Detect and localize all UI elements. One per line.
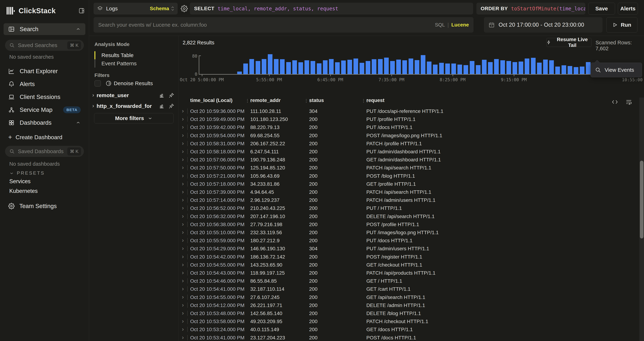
column-header-remote-addr[interactable]: remote_addr [250, 98, 281, 103]
source-selector[interactable]: Logs Schema [94, 3, 178, 14]
saved-dashboards-input[interactable]: Saved Dashboards ⌘ K [5, 146, 84, 157]
histogram-bar[interactable] [354, 58, 358, 74]
row-expand-chevron-icon[interactable]: › [182, 108, 184, 114]
row-expand-chevron-icon[interactable]: › [182, 270, 184, 276]
sidebar-item-search[interactable]: Search [4, 23, 85, 35]
column-header-time-local[interactable]: time_local (Local) [190, 98, 232, 103]
histogram-bar[interactable] [574, 67, 578, 74]
row-expand-chevron-icon[interactable]: › [182, 116, 184, 122]
table-row[interactable]: › Oct 20 10:54:12.000 PM 26.221.197.71 2… [179, 301, 639, 309]
table-row[interactable]: › Oct 20 10:58:18.000 PM 6.247.54.111 20… [179, 148, 639, 156]
histogram-bar[interactable] [482, 60, 486, 74]
resume-live-tail-button[interactable]: Resume Live Tail [546, 38, 592, 47]
histogram-bar[interactable] [415, 60, 419, 74]
table-row[interactable]: › Oct 20 10:57:14.000 PM 2.96.129.237 20… [179, 196, 639, 204]
histogram-bar[interactable] [292, 60, 297, 74]
histogram-bar[interactable] [506, 61, 511, 74]
histogram-bar[interactable] [555, 66, 560, 74]
table-row[interactable]: › Oct 20 10:54:43.000 PM 118.99.197.125 … [179, 269, 639, 277]
row-expand-chevron-icon[interactable]: › [182, 237, 184, 244]
table-row[interactable]: › Oct 20 10:58:31.000 PM 206.167.252.22 … [179, 139, 639, 148]
histogram-bar[interactable] [396, 60, 401, 74]
create-dashboard-button[interactable]: + Create Dashboard [8, 133, 62, 142]
row-expand-chevron-icon[interactable]: › [182, 262, 184, 268]
table-row[interactable]: › Oct 20 10:59:42.000 PM 88.220.79.13 20… [179, 123, 639, 131]
row-expand-chevron-icon[interactable]: › [182, 310, 184, 316]
filter-field-http-x-forwarded-for[interactable]: › http_x_forwarded_for [92, 102, 174, 110]
row-expand-chevron-icon[interactable]: › [182, 148, 184, 154]
language-sql[interactable]: SQL [435, 22, 445, 28]
row-expand-chevron-icon[interactable]: › [182, 302, 184, 308]
histogram-bar[interactable] [329, 59, 334, 74]
histogram-bar[interactable] [488, 62, 493, 74]
histogram-bar[interactable] [366, 61, 370, 74]
row-expand-chevron-icon[interactable]: › [182, 156, 184, 163]
histogram-bar[interactable] [341, 60, 346, 74]
histogram-bar[interactable] [470, 61, 474, 74]
column-header-status[interactable]: status [309, 98, 324, 103]
presets-section-toggle[interactable]: PRESETS [9, 170, 45, 176]
table-row[interactable]: › Oct 20 10:54:29.000 PM 146.96.190.130 … [179, 244, 639, 252]
histogram-bar[interactable] [286, 62, 291, 74]
table-row[interactable]: › Oct 20 10:56:32.000 PM 207.147.196.10 … [179, 212, 639, 220]
row-expand-chevron-icon[interactable]: › [182, 196, 184, 203]
histogram-bar[interactable] [274, 59, 278, 74]
table-row[interactable]: › Oct 20 10:57:06.000 PM 190.79.136.248 … [179, 156, 639, 164]
histogram-bar[interactable] [464, 65, 468, 74]
preset-kubernetes[interactable]: Kubernetes [9, 188, 38, 194]
histogram-bar[interactable] [512, 62, 517, 74]
histogram-bar[interactable] [256, 61, 260, 74]
row-expand-chevron-icon[interactable]: › [182, 229, 184, 236]
row-expand-chevron-icon[interactable]: › [182, 278, 184, 284]
denoise-checkbox[interactable] [94, 80, 101, 86]
sidebar-item-service-map[interactable]: Service Map BETA [4, 104, 85, 116]
table-row[interactable]: › Oct 20 10:57:39.000 PM 4.94.64.45 200 … [179, 188, 639, 196]
histogram-bar[interactable] [537, 62, 542, 74]
table-row[interactable]: › Oct 20 10:59:36.000 PM 111.100.28.11 3… [179, 107, 639, 115]
histogram-bar[interactable] [243, 64, 248, 74]
row-expand-chevron-icon[interactable]: › [182, 294, 184, 300]
histogram-bar[interactable] [310, 61, 315, 74]
histogram-bar[interactable] [543, 60, 548, 74]
histogram-bar[interactable] [335, 62, 340, 74]
row-expand-chevron-icon[interactable]: › [182, 124, 184, 130]
table-row[interactable]: › Oct 20 10:54:41.000 PM 32.187.110.114 … [179, 285, 639, 293]
sidebar-item-dashboards[interactable]: Dashboards [4, 117, 85, 129]
row-expand-chevron-icon[interactable]: › [182, 164, 184, 171]
saved-searches-input[interactable]: Saved Searches ⌘ K [5, 40, 84, 51]
table-row[interactable]: › Oct 20 10:53:41.000 PM 23.127.204.223 … [179, 334, 639, 341]
table-row[interactable]: › Oct 20 10:53:24.000 PM 40.0.115.149 20… [179, 325, 639, 334]
histogram-bar[interactable] [568, 66, 572, 74]
histogram-bar[interactable] [323, 60, 328, 74]
mode-event-patterns[interactable]: Event Patterns [94, 60, 173, 68]
field-pin-icon[interactable] [168, 92, 174, 98]
sidebar-collapse-icon[interactable] [78, 8, 84, 14]
row-expand-chevron-icon[interactable]: › [182, 172, 184, 179]
row-expand-chevron-icon[interactable]: › [182, 140, 184, 146]
histogram-bar[interactable] [249, 59, 254, 74]
row-expand-chevron-icon[interactable]: › [182, 286, 184, 292]
column-header-request[interactable]: request [366, 98, 384, 103]
histogram-bar[interactable] [439, 63, 444, 74]
sidebar-item-alerts[interactable]: Alerts [4, 78, 85, 90]
histogram-bar[interactable] [378, 59, 383, 74]
field-pin-icon[interactable] [168, 103, 174, 109]
histogram-bar[interactable] [262, 59, 266, 74]
histogram-bar[interactable] [421, 55, 426, 74]
table-row[interactable]: › Oct 20 10:55:10.000 PM 232.33.119.56 2… [179, 228, 639, 236]
table-row[interactable]: › Oct 20 10:59:54.000 PM 69.68.254.55 20… [179, 131, 639, 140]
run-button[interactable]: Run [606, 17, 638, 32]
denoise-results-row[interactable]: Denoise Results [94, 80, 153, 86]
row-expand-chevron-icon[interactable]: › [182, 180, 184, 187]
histogram-bar[interactable] [348, 60, 352, 74]
histogram-bar[interactable] [580, 66, 584, 74]
sidebar-item-chart-explorer[interactable]: Chart Explorer [4, 65, 85, 77]
histogram-bar[interactable] [280, 59, 284, 74]
sidebar-item-client-sessions[interactable]: Client Sessions [4, 91, 85, 103]
table-row[interactable]: › Oct 20 10:54:55.000 PM 143.253.65.90 2… [179, 261, 639, 269]
histogram-bar[interactable] [384, 58, 389, 74]
mode-results-table[interactable]: Results Table [94, 51, 173, 60]
save-button[interactable]: Save [588, 3, 615, 14]
histogram-bar[interactable] [525, 58, 529, 74]
table-row[interactable]: › Oct 20 10:57:50.000 PM 125.194.85.120 … [179, 164, 639, 172]
